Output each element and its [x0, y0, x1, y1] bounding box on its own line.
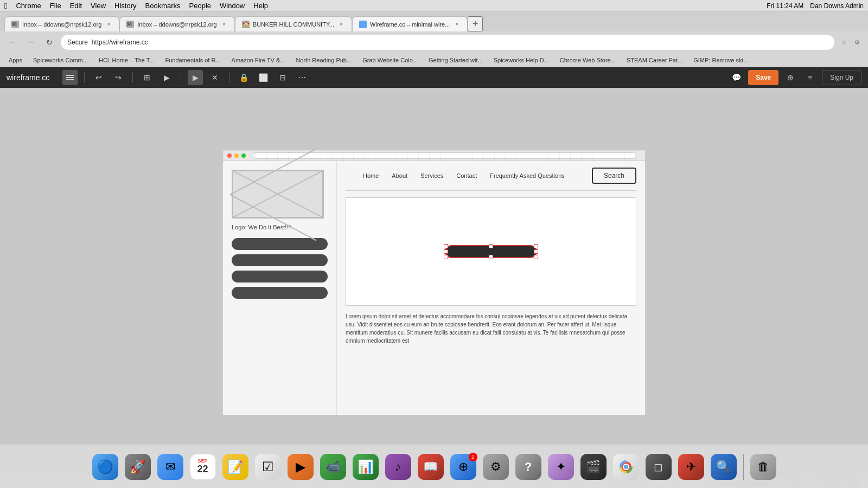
- bookmark-hcl[interactable]: HCL Home – The T...: [94, 55, 159, 66]
- tab-favicon-2: ✉: [126, 21, 134, 28]
- dock-calendar[interactable]: SEP 22: [188, 452, 218, 482]
- wf-selected-element[interactable]: [445, 245, 537, 258]
- address-input[interactable]: [61, 35, 834, 50]
- handle-mr[interactable]: [534, 249, 538, 254]
- save-button[interactable]: Save: [748, 70, 778, 85]
- new-tab-button[interactable]: +: [468, 16, 483, 31]
- tab-2[interactable]: ✉ Inbox – ddowns@nrpsk12.org ×: [119, 16, 234, 31]
- bookmark-apps[interactable]: Apps: [4, 55, 27, 66]
- bookmark-spiceworks[interactable]: Spiceworks Comm...: [29, 55, 92, 66]
- bookmark-steam[interactable]: STEAM Career Pat...: [622, 55, 687, 66]
- bookmark-northreading[interactable]: North Reading Pub...: [291, 55, 356, 66]
- dock-facetime[interactable]: 📹: [318, 452, 348, 482]
- menu-chrome[interactable]: Chrome: [16, 2, 41, 10]
- menu-window[interactable]: Window: [220, 2, 245, 10]
- dock-books[interactable]: 📖: [416, 452, 446, 482]
- menu-file[interactable]: File: [50, 2, 61, 10]
- dock-launchpad[interactable]: 🚀: [123, 452, 153, 482]
- handle-bl[interactable]: [444, 255, 448, 259]
- more-button[interactable]: ⋯: [295, 70, 310, 85]
- bookmark-gettingstarted[interactable]: Getting Started wit...: [424, 55, 487, 66]
- bookmark-gimp[interactable]: GIMP: Remove ski...: [689, 55, 752, 66]
- dock-appstore[interactable]: ⊕ 2: [448, 452, 478, 482]
- address-bar: ← → ↻ ☆ ⚙: [0, 31, 868, 53]
- wf-content-box: [346, 197, 636, 306]
- signup-button[interactable]: Sign Up: [822, 70, 861, 85]
- grid-button[interactable]: ⊞: [139, 70, 155, 85]
- comment-button[interactable]: 💬: [729, 70, 744, 85]
- menu-button[interactable]: ≡: [802, 70, 818, 85]
- align-button[interactable]: ⊟: [275, 70, 290, 85]
- wf-nav-services[interactable]: Services: [414, 172, 450, 179]
- handle-tm[interactable]: [489, 244, 493, 248]
- wf-search-button[interactable]: Search: [592, 168, 636, 184]
- bookmark-fundamentals[interactable]: Fundamentals of R...: [161, 55, 225, 66]
- frame-button[interactable]: ⬜: [256, 70, 271, 85]
- sidebar-toggle-button[interactable]: [62, 70, 78, 85]
- handle-ml[interactable]: [444, 249, 448, 254]
- handle-bm[interactable]: [489, 255, 493, 259]
- dock-trash[interactable]: 🗑: [748, 452, 778, 482]
- dock-notes[interactable]: 📝: [220, 452, 251, 482]
- dock-screenium[interactable]: ◻: [643, 452, 674, 482]
- dock-reminders[interactable]: ☑: [253, 452, 283, 482]
- tab-close-3[interactable]: ×: [337, 21, 345, 28]
- bookmark-grabwebsite[interactable]: Grab Website Colo...: [358, 55, 422, 66]
- dock-chrome[interactable]: [611, 452, 641, 482]
- handle-tr[interactable]: [534, 244, 538, 248]
- dock-numbers[interactable]: 📊: [350, 452, 381, 482]
- menu-edit[interactable]: Edit: [70, 2, 82, 10]
- wf-nav-home[interactable]: Home: [356, 172, 385, 179]
- handle-tl[interactable]: [444, 244, 448, 248]
- menu-history[interactable]: History: [114, 2, 136, 10]
- tab-close-4[interactable]: ×: [453, 21, 461, 28]
- bookmark-spiceworkshelp[interactable]: Spiceworks Help D...: [489, 55, 553, 66]
- dock-sysprefs[interactable]: ⚙: [481, 452, 511, 482]
- back-button[interactable]: ←: [5, 35, 20, 49]
- dock-reeder[interactable]: ✦: [546, 452, 576, 482]
- tab-3[interactable]: 🏫 BUNKER HILL COMMUNITY... ×: [235, 16, 352, 31]
- wf-lorem-text: Lorem ipsum dolor sit amet et delectus a…: [346, 312, 636, 345]
- tab-4[interactable]: Wireframe.cc – minimal wire... ×: [352, 16, 468, 31]
- dock-finder[interactable]: 🔵: [90, 452, 120, 482]
- wf-nav-contact[interactable]: Contact: [450, 172, 483, 179]
- toolbar-sep-2: [132, 72, 133, 83]
- dock-itunes[interactable]: ♪: [383, 452, 413, 482]
- wf-content-area: Logo: We Do It Best!!!! Home About Servi…: [223, 161, 645, 415]
- tab-1[interactable]: ✉ Inbox – ddowns@nrpsk12.org ×: [4, 16, 119, 31]
- menu-people[interactable]: People: [189, 2, 211, 10]
- dock-helpviewer[interactable]: ?: [513, 452, 544, 482]
- menu-help[interactable]: Help: [253, 2, 268, 10]
- bookmark-star-icon[interactable]: ☆: [839, 37, 850, 48]
- forward-button[interactable]: →: [24, 35, 38, 49]
- play-button[interactable]: ▶: [159, 70, 174, 85]
- bookmark-chromewebstore[interactable]: Chrome Web Store...: [556, 55, 620, 66]
- dock-airmail[interactable]: ✈: [676, 452, 706, 482]
- wf-bar-2: [232, 254, 328, 266]
- wf-sidebar: Logo: We Do It Best!!!!: [223, 161, 337, 415]
- tab-close-1[interactable]: ×: [105, 21, 112, 28]
- appstore-badge: 2: [469, 453, 477, 461]
- bookmark-amazon[interactable]: Amazon Fire TV &...: [227, 55, 290, 66]
- tab-close-2[interactable]: ×: [220, 21, 228, 28]
- cursor-button[interactable]: ▶: [188, 70, 203, 85]
- tab-favicon-4: [359, 21, 367, 28]
- extensions-icon[interactable]: ⚙: [852, 37, 863, 48]
- share-button[interactable]: ⊕: [783, 70, 798, 85]
- redo-button[interactable]: ↪: [111, 70, 126, 85]
- menu-bookmarks[interactable]: Bookmarks: [145, 2, 181, 10]
- wf-nav-about[interactable]: About: [385, 172, 414, 179]
- lock-button[interactable]: 🔒: [236, 70, 251, 85]
- dock-keynote[interactable]: ▶: [285, 452, 316, 482]
- dock-finalcut[interactable]: 🎬: [578, 452, 609, 482]
- dock-mail[interactable]: ✉: [155, 452, 186, 482]
- handle-br[interactable]: [534, 255, 538, 259]
- wf-nav-faq[interactable]: Frequently Asked Questions: [483, 172, 571, 179]
- apple-menu[interactable]: : [4, 1, 7, 10]
- undo-button[interactable]: ↩: [91, 70, 106, 85]
- refresh-button[interactable]: ↻: [42, 35, 56, 49]
- tab-title-2: Inbox – ddowns@nrpsk12.org: [137, 21, 216, 28]
- dock-scrobbles[interactable]: 🔍: [709, 452, 739, 482]
- menu-view[interactable]: View: [91, 2, 106, 10]
- close-tool-button[interactable]: ✕: [207, 70, 222, 85]
